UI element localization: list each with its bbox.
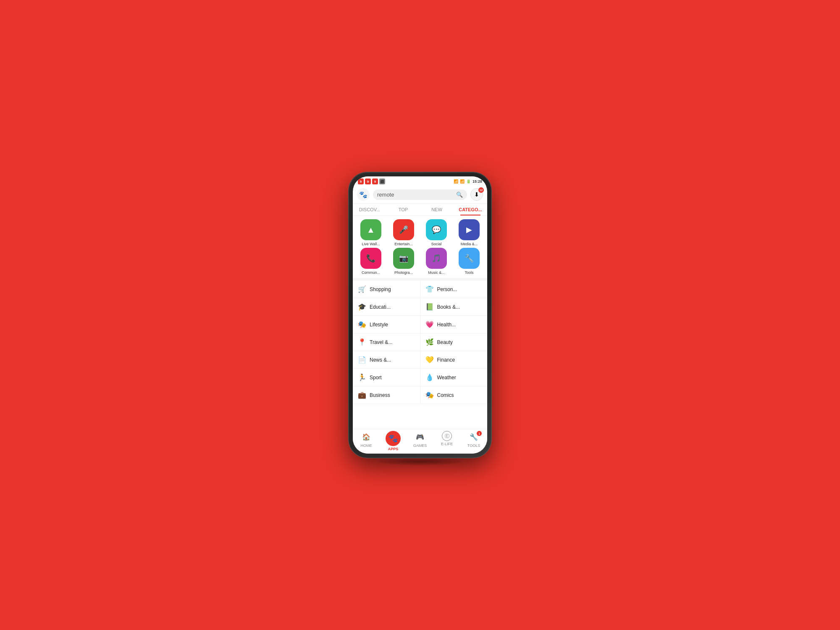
status-left: 9 9 9 ⬛	[358, 178, 385, 184]
cat-label-entertainment: Entertain...	[394, 242, 413, 246]
sport-label: Sport	[370, 375, 382, 381]
beauty-icon: 🌿	[425, 338, 434, 346]
cat-social[interactable]: 💬 Social	[421, 219, 452, 246]
time-display: 15:28	[472, 179, 482, 184]
news-icon: 📄	[358, 356, 366, 364]
list-item-shopping[interactable]: 🛒 Shopping	[353, 281, 420, 298]
list-item-education[interactable]: 🎓 Educati...	[353, 298, 420, 315]
tab-categories[interactable]: CATEGO...	[454, 204, 487, 215]
lifestyle-icon: 🎭	[358, 320, 366, 328]
cat-photography[interactable]: 📷 Photogra...	[388, 248, 419, 275]
cat-label-live-wallpaper: Live Wall...	[362, 242, 380, 246]
download-button[interactable]: ⬇ 12	[470, 188, 483, 201]
status-badge-1: 9	[358, 178, 364, 184]
education-icon: 🎓	[358, 303, 366, 311]
nav-tools[interactable]: 🔧 1 TOOLS	[460, 431, 487, 451]
personalization-icon: 👕	[425, 285, 434, 293]
games-label: GAMES	[413, 444, 427, 448]
cat-label-photography: Photogra...	[394, 270, 413, 275]
books-icon: 📗	[425, 303, 434, 311]
tab-new[interactable]: NEW	[420, 204, 454, 215]
list-row-news: 📄 News &... 💛 Finance	[353, 351, 487, 369]
home-label: HOME	[361, 444, 372, 448]
list-categories: 🛒 Shopping 👕 Person... 🎓 Educati... 📗	[353, 281, 487, 429]
status-bar: 9 9 9 ⬛ 📶 📶 🔋 15:28	[353, 176, 487, 186]
cat-live-wallpaper[interactable]: ▲ Live Wall...	[355, 219, 386, 246]
phone-outer: 9 9 9 ⬛ 📶 📶 🔋 15:28 🐾 remote 🔍	[349, 172, 491, 458]
apps-icon: 🐾	[386, 431, 401, 446]
cat-label-tools: Tools	[465, 270, 473, 275]
nav-home[interactable]: 🏠 HOME	[353, 431, 380, 451]
list-item-finance[interactable]: 💛 Finance	[420, 351, 488, 368]
beauty-label: Beauty	[437, 339, 453, 345]
list-row-shopping: 🛒 Shopping 👕 Person...	[353, 281, 487, 298]
finance-label: Finance	[437, 357, 455, 363]
phone-screen: 9 9 9 ⬛ 📶 📶 🔋 15:28 🐾 remote 🔍	[353, 176, 487, 454]
cat-communication[interactable]: 📞 Commun...	[355, 248, 386, 275]
search-icon: 🔍	[456, 192, 463, 198]
bottom-nav: 🏠 HOME 🐾 APPS 🎮 GAMES Ⓔ E-LIFE 🔧 1	[353, 429, 487, 454]
weather-icon: 💧	[425, 373, 434, 381]
list-item-lifestyle[interactable]: 🎭 Lifestyle	[353, 316, 420, 333]
list-item-books[interactable]: 📗 Books &...	[420, 298, 488, 315]
cat-icon-media: ▶	[459, 219, 480, 240]
cat-tools-grid[interactable]: 🔧 Tools	[454, 248, 485, 275]
list-row-sport: 🏃 Sport 💧 Weather	[353, 369, 487, 386]
nav-games[interactable]: 🎮 GAMES	[407, 431, 433, 451]
cat-icon-live-wallpaper: ▲	[360, 219, 381, 240]
personalization-label: Person...	[437, 286, 457, 292]
elife-icon: Ⓔ	[442, 431, 452, 441]
travel-icon: 📍	[358, 338, 366, 346]
cat-icon-social: 💬	[426, 219, 447, 240]
search-bar[interactable]: remote 🔍	[373, 189, 467, 200]
cat-label-music: Music &...	[428, 270, 445, 275]
nav-tabs: DISCOV... TOP NEW CATEGO...	[353, 204, 487, 216]
tab-top[interactable]: TOP	[386, 204, 420, 215]
list-item-personalization[interactable]: 👕 Person...	[420, 281, 488, 298]
top-bar: 🐾 remote 🔍 ⬇ 12	[353, 186, 487, 204]
cat-icon-entertainment: 🎤	[393, 219, 414, 240]
cat-icon-photography: 📷	[393, 248, 414, 269]
finance-icon: 💛	[425, 356, 434, 364]
list-item-weather[interactable]: 💧 Weather	[420, 369, 488, 386]
cat-icon-communication: 📞	[360, 248, 381, 269]
phone-wrapper: 9 9 9 ⬛ 📶 📶 🔋 15:28 🐾 remote 🔍	[349, 172, 491, 458]
health-icon: 💗	[425, 320, 434, 328]
apps-label: APPS	[388, 447, 399, 451]
shopping-label: Shopping	[370, 286, 391, 292]
list-item-travel[interactable]: 📍 Travel &...	[353, 333, 420, 351]
nav-elife[interactable]: Ⓔ E-LIFE	[433, 431, 460, 451]
cat-icon-music: 🎵	[426, 248, 447, 269]
cat-entertainment[interactable]: 🎤 Entertain...	[388, 219, 419, 246]
tab-discover[interactable]: DISCOV...	[353, 204, 386, 215]
cat-icon-tools: 🔧	[459, 248, 480, 269]
list-item-health[interactable]: 💗 Health...	[420, 316, 488, 333]
download-badge: 12	[478, 187, 484, 193]
travel-label: Travel &...	[370, 339, 392, 345]
games-icon: 🎮	[414, 431, 426, 443]
cat-label-social: Social	[431, 242, 442, 246]
list-item-beauty[interactable]: 🌿 Beauty	[420, 333, 488, 351]
status-badge-3: 9	[372, 178, 378, 184]
list-item-business[interactable]: 💼 Business	[353, 386, 420, 404]
list-item-comics[interactable]: 🎭 Comics	[420, 386, 488, 404]
nav-apps[interactable]: 🐾 APPS	[380, 431, 407, 451]
news-label: News &...	[370, 357, 391, 363]
cat-music[interactable]: 🎵 Music &...	[421, 248, 452, 275]
lifestyle-label: Lifestyle	[370, 322, 388, 328]
app-logo[interactable]: 🐾	[357, 188, 370, 201]
comics-label: Comics	[437, 392, 454, 398]
books-label: Books &...	[437, 304, 460, 310]
category-grid: ▲ Live Wall... 🎤 Entertain... 💬 Social ▶…	[353, 216, 487, 281]
cat-media[interactable]: ▶ Media &...	[454, 219, 485, 246]
business-label: Business	[370, 392, 390, 398]
list-row-travel: 📍 Travel &... 🌿 Beauty	[353, 333, 487, 351]
comics-icon: 🎭	[425, 391, 434, 399]
list-item-news[interactable]: 📄 News &...	[353, 351, 420, 368]
status-badge-4: ⬛	[379, 178, 385, 184]
home-icon: 🏠	[360, 431, 372, 443]
list-item-sport[interactable]: 🏃 Sport	[353, 369, 420, 386]
signal-icon: 📶	[460, 179, 465, 184]
weather-label: Weather	[437, 375, 456, 381]
cat-label-media: Media &...	[461, 242, 478, 246]
